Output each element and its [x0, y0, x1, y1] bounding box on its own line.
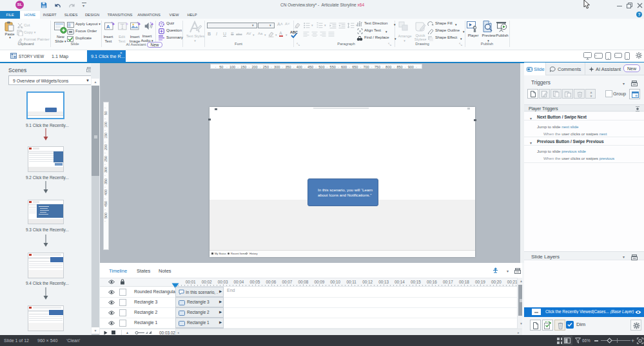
svg-text:A: A — [106, 24, 110, 30]
svg-text:?: ? — [161, 23, 162, 26]
